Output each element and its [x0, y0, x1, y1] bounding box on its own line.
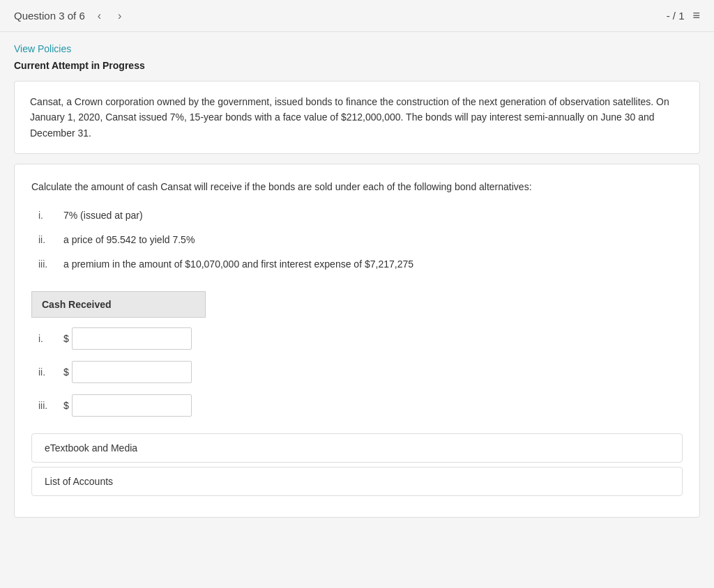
input-row-ii: ii. $ — [38, 361, 683, 383]
attempt-label: Current Attempt in Progress — [14, 60, 700, 71]
bottom-buttons: eTextbook and Media List of Accounts — [31, 433, 683, 496]
cash-input-iii[interactable] — [72, 394, 192, 417]
etextbook-button[interactable]: eTextbook and Media — [31, 433, 683, 463]
cash-table-header-row: Cash Received — [31, 291, 683, 318]
sub-question-num-iii: iii. — [38, 257, 63, 272]
sub-question-num-ii: ii. — [38, 233, 63, 247]
sub-question-i: i. 7% (issued at par) — [38, 208, 683, 223]
dollar-sign-i: $ — [63, 333, 69, 344]
header-left: Question 3 of 6 ‹ › — [14, 9, 126, 23]
header-bar: Question 3 of 6 ‹ › - / 1 ≡ — [0, 0, 714, 32]
input-row-i: i. $ — [38, 327, 683, 350]
prev-button[interactable]: ‹ — [93, 9, 105, 23]
input-row-num-i: i. — [38, 333, 63, 344]
input-row-iii: iii. $ — [38, 394, 683, 417]
sub-question-num-i: i. — [38, 208, 63, 223]
main-content: View Policies Current Attempt in Progres… — [0, 32, 714, 539]
cash-input-i[interactable] — [72, 327, 192, 350]
view-policies-link[interactable]: View Policies — [14, 43, 71, 54]
input-row-num-iii: iii. — [38, 400, 63, 411]
sub-question-ii: ii. a price of 95.542 to yield 7.5% — [38, 233, 683, 247]
sub-question-iii: iii. a premium in the amount of $10,070,… — [38, 257, 683, 272]
cash-table-header: Cash Received — [31, 291, 206, 318]
sub-question-text-iii: a premium in the amount of $10,070,000 a… — [63, 257, 413, 272]
sub-questions-list: i. 7% (issued at par) ii. a price of 95.… — [38, 208, 683, 272]
info-text: Cansat, a Crown corporation owned by the… — [30, 96, 669, 139]
info-box: Cansat, a Crown corporation owned by the… — [14, 81, 700, 154]
input-row-num-ii: ii. — [38, 366, 63, 378]
dollar-sign-ii: $ — [63, 366, 69, 378]
score-label: - / 1 — [667, 10, 685, 22]
sub-question-text-i: 7% (issued at par) — [63, 208, 143, 223]
list-icon[interactable]: ≡ — [692, 8, 700, 23]
sub-question-text-ii: a price of 95.542 to yield 7.5% — [63, 233, 195, 247]
question-box: Calculate the amount of cash Cansat will… — [14, 164, 700, 518]
page-container: Question 3 of 6 ‹ › - / 1 ≡ View Policie… — [0, 0, 714, 588]
cash-input-ii[interactable] — [72, 361, 192, 383]
dollar-sign-iii: $ — [63, 400, 69, 411]
next-button[interactable]: › — [114, 9, 126, 23]
cash-table: Cash Received i. $ ii. $ iii. $ — [31, 291, 683, 417]
list-of-accounts-button[interactable]: List of Accounts — [31, 467, 683, 496]
question-label: Question 3 of 6 — [14, 10, 85, 22]
question-intro: Calculate the amount of cash Cansat will… — [31, 180, 683, 194]
header-right: - / 1 ≡ — [667, 8, 700, 23]
